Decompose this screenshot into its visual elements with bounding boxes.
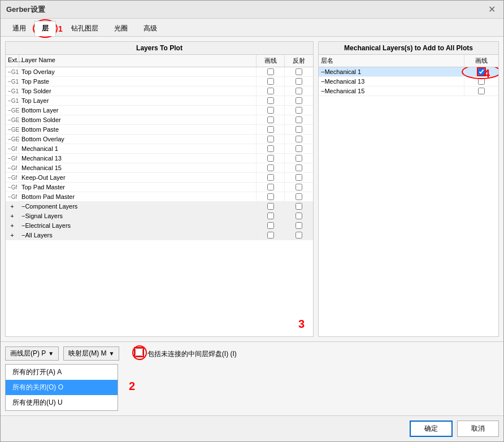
- reflect-checkbox[interactable]: [296, 184, 302, 190]
- row-reflect[interactable]: [285, 135, 313, 144]
- reflect-checkbox[interactable]: [296, 88, 302, 94]
- reflect-checkbox[interactable]: [296, 203, 302, 210]
- reflect-checkbox[interactable]: [296, 222, 302, 229]
- right-row-draw[interactable]: [464, 77, 498, 86]
- dropdown-item-used[interactable]: 所有使用的(U) U: [6, 395, 118, 410]
- row-reflect[interactable]: [285, 125, 313, 134]
- dropdown-item-close[interactable]: 所有的关闭(O) O: [6, 380, 118, 395]
- row-draw[interactable]: [257, 67, 285, 76]
- draw-checkbox[interactable]: [267, 88, 274, 94]
- row-draw[interactable]: [257, 144, 285, 153]
- row-reflect[interactable]: [285, 231, 313, 240]
- row-reflect[interactable]: [285, 115, 313, 124]
- ok-button[interactable]: 确定: [410, 421, 453, 437]
- draw-checkbox[interactable]: [267, 222, 274, 229]
- row-draw[interactable]: [257, 173, 285, 182]
- reflect-checkbox[interactable]: [296, 136, 302, 142]
- draw-checkbox[interactable]: [267, 164, 274, 171]
- reflect-checkbox[interactable]: [296, 126, 302, 133]
- tab-layers[interactable]: 层: [34, 21, 56, 36]
- reflect-checkbox[interactable]: [296, 174, 302, 181]
- draw-checkbox[interactable]: [267, 155, 274, 162]
- row-reflect[interactable]: [285, 163, 313, 172]
- row-draw[interactable]: [257, 135, 285, 144]
- reflect-checkbox[interactable]: [296, 97, 302, 104]
- row-prefix: −GE: [6, 106, 19, 115]
- dropdown-item-open[interactable]: 所有的打开(A) A: [6, 365, 118, 380]
- tab-general[interactable]: 通用: [5, 21, 33, 36]
- row-reflect[interactable]: [285, 154, 313, 163]
- draw-checkbox[interactable]: [267, 78, 274, 85]
- draw-checkbox[interactable]: [267, 174, 274, 181]
- draw-checkbox[interactable]: [267, 97, 274, 104]
- expand-icon[interactable]: +: [6, 202, 19, 211]
- draw-layer-button[interactable]: 画线层(P) P ▼: [5, 346, 59, 361]
- row-draw[interactable]: [257, 221, 285, 230]
- close-button[interactable]: ✕: [486, 4, 498, 15]
- reflect-checkbox[interactable]: [296, 155, 302, 162]
- right-row-draw[interactable]: [464, 67, 498, 76]
- reflect-checkbox[interactable]: [296, 164, 302, 171]
- row-reflect[interactable]: [285, 86, 313, 96]
- reflect-checkbox[interactable]: [296, 68, 302, 75]
- draw-checkbox[interactable]: [267, 126, 274, 133]
- draw-checkbox[interactable]: [267, 145, 274, 152]
- row-draw[interactable]: [257, 211, 285, 220]
- draw-checkbox[interactable]: [267, 213, 274, 219]
- expand-icon[interactable]: +: [6, 211, 19, 220]
- draw-checkbox[interactable]: [267, 116, 274, 123]
- draw-checkbox[interactable]: [267, 203, 274, 210]
- row-draw[interactable]: [257, 96, 285, 105]
- right-row-draw[interactable]: [464, 86, 498, 96]
- row-draw[interactable]: [257, 86, 285, 96]
- include-label[interactable]: 包括未连接的中间层焊盘(I) (I): [147, 350, 237, 358]
- include-checkbox[interactable]: [135, 348, 143, 356]
- reflect-checkbox[interactable]: [296, 232, 302, 239]
- reflect-checkbox[interactable]: [296, 145, 302, 152]
- tab-advanced[interactable]: 高级: [136, 21, 164, 36]
- row-reflect[interactable]: [285, 106, 313, 115]
- row-draw[interactable]: [257, 183, 285, 192]
- row-reflect[interactable]: [285, 183, 313, 192]
- draw-checkbox[interactable]: [267, 107, 274, 114]
- reflect-checkbox[interactable]: [296, 116, 302, 123]
- mech15-draw-checkbox[interactable]: [478, 88, 485, 94]
- row-reflect[interactable]: [285, 202, 313, 211]
- draw-checkbox[interactable]: [267, 68, 274, 75]
- row-reflect[interactable]: [285, 144, 313, 153]
- row-reflect[interactable]: [285, 211, 313, 220]
- row-reflect[interactable]: [285, 67, 313, 76]
- draw-checkbox[interactable]: [267, 232, 274, 239]
- expand-icon[interactable]: +: [6, 221, 19, 230]
- reflect-checkbox[interactable]: [296, 213, 302, 219]
- draw-checkbox[interactable]: [267, 136, 274, 142]
- right-panel: Mechanical Layers(s) to Add to All Plots…: [318, 41, 499, 337]
- left-table-body: −G1 Top Overlay −G1 Top Paste −G1 Top So…: [6, 67, 313, 336]
- row-draw[interactable]: [257, 154, 285, 163]
- row-reflect[interactable]: [285, 96, 313, 105]
- row-reflect[interactable]: [285, 221, 313, 230]
- reflect-layer-button[interactable]: 映射层(M) M ▼: [63, 346, 119, 361]
- row-name: Bottom Pad Master: [19, 192, 257, 201]
- draw-checkbox[interactable]: [267, 184, 274, 190]
- row-draw[interactable]: [257, 115, 285, 124]
- draw-checkbox[interactable]: [267, 193, 274, 200]
- reflect-checkbox[interactable]: [296, 107, 302, 114]
- row-reflect[interactable]: [285, 192, 313, 201]
- tab-aperture[interactable]: 光圈: [107, 21, 135, 36]
- cancel-button[interactable]: 取消: [457, 421, 499, 437]
- reflect-checkbox[interactable]: [296, 193, 302, 200]
- row-draw[interactable]: [257, 163, 285, 172]
- row-draw[interactable]: [257, 125, 285, 134]
- row-draw[interactable]: [257, 231, 285, 240]
- row-reflect[interactable]: [285, 77, 313, 86]
- row-draw[interactable]: [257, 106, 285, 115]
- row-draw[interactable]: [257, 202, 285, 211]
- table-row: −Gf Bottom Pad Master: [6, 192, 313, 202]
- row-reflect[interactable]: [285, 173, 313, 182]
- expand-icon[interactable]: +: [6, 231, 19, 240]
- row-draw[interactable]: [257, 192, 285, 201]
- tab-drill[interactable]: 钻孔图层: [64, 21, 106, 36]
- row-draw[interactable]: [257, 77, 285, 86]
- reflect-checkbox[interactable]: [296, 78, 302, 85]
